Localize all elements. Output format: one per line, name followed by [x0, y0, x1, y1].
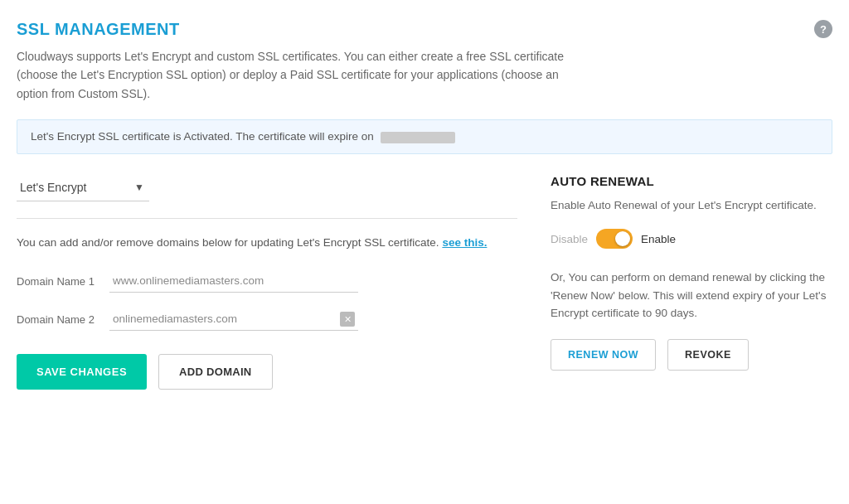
domain1-input[interactable] — [109, 269, 358, 293]
domain1-input-wrapper — [109, 269, 358, 293]
main-content: Let's Encrypt Custom SSL ▼ You can add a… — [17, 174, 832, 390]
expiry-date-blurred — [381, 132, 455, 143]
domain-row-2: Domain Name 2 ✕ — [17, 308, 517, 331]
page-title: SSL MANAGEMENT — [17, 20, 832, 39]
disable-label: Disable — [551, 233, 588, 245]
action-buttons-row: RENEW NOW REVOKE — [551, 339, 832, 371]
domains-info-text: You can add and/or remove domains below … — [17, 234, 517, 252]
domain2-clear-button[interactable]: ✕ — [340, 312, 355, 327]
revoke-button[interactable]: REVOKE — [667, 339, 749, 371]
renewal-info-text: Or, You can perform on demand renewal by… — [551, 269, 832, 322]
auto-renewal-title: AUTO RENEWAL — [551, 174, 832, 188]
status-banner: Let's Encrypt SSL certificate is Activat… — [17, 119, 832, 153]
divider — [17, 218, 517, 219]
right-panel: AUTO RENEWAL Enable Auto Renewal of your… — [551, 174, 832, 390]
page-description: Cloudways supports Let's Encrypt and cus… — [17, 47, 580, 103]
auto-renewal-description: Enable Auto Renewal of your Let's Encryp… — [551, 196, 832, 215]
renew-now-button[interactable]: RENEW NOW — [551, 339, 656, 371]
domain1-label: Domain Name 1 — [17, 275, 99, 288]
add-domain-button[interactable]: ADD DOMAIN — [158, 354, 273, 390]
left-panel: Let's Encrypt Custom SSL ▼ You can add a… — [17, 174, 517, 390]
domain2-label: Domain Name 2 — [17, 313, 99, 326]
see-this-link[interactable]: see this. — [442, 236, 487, 249]
buttons-row: SAVE CHANGES ADD DOMAIN — [17, 354, 517, 390]
auto-renewal-toggle[interactable] — [596, 229, 633, 249]
ssl-management-page: ? SSL MANAGEMENT Cloudways supports Let'… — [0, 0, 849, 410]
domain-row-1: Domain Name 1 — [17, 269, 517, 293]
ssl-type-select[interactable]: Let's Encrypt Custom SSL — [17, 174, 149, 201]
domain2-input[interactable] — [109, 308, 358, 331]
ssl-type-wrapper: Let's Encrypt Custom SSL ▼ — [17, 174, 149, 201]
enable-label: Enable — [641, 233, 676, 245]
help-icon[interactable]: ? — [814, 20, 832, 38]
toggle-row: Disable Enable — [551, 229, 832, 249]
domain2-input-wrapper: ✕ — [109, 308, 358, 331]
save-changes-button[interactable]: SAVE CHANGES — [17, 354, 147, 390]
